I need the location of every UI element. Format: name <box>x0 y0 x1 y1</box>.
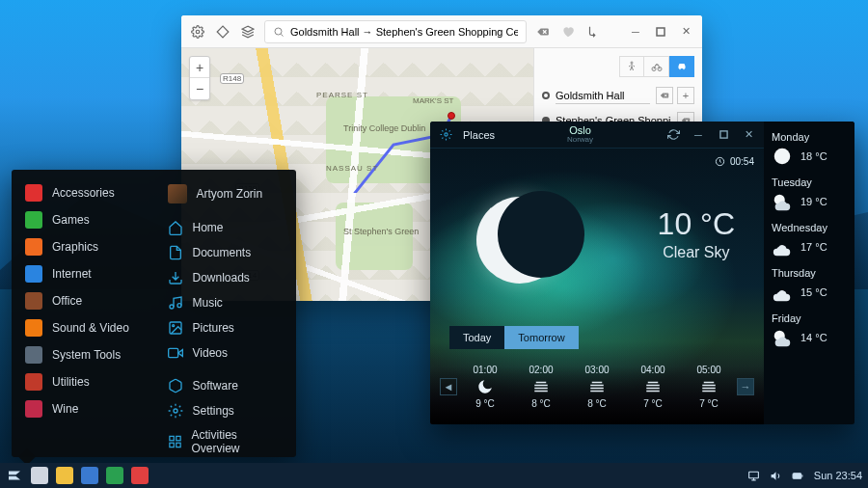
gear-icon[interactable] <box>438 127 453 143</box>
refresh-icon[interactable] <box>665 127 681 143</box>
favorite-icon[interactable] <box>559 23 577 41</box>
svg-rect-21 <box>176 436 179 440</box>
clear-search-icon[interactable] <box>534 23 552 41</box>
place-pictures[interactable]: Pictures <box>164 315 287 340</box>
category-label: Games <box>52 213 90 227</box>
svg-point-8 <box>444 133 447 136</box>
weather-hero: 00:54 10 °C Clear Sky Today Tomorrow ◄ 0… <box>430 149 764 424</box>
category-wine[interactable]: Wine <box>21 395 145 422</box>
place-label: Software <box>193 379 238 393</box>
hourly-temp: 7 °C <box>643 398 663 409</box>
cloudy-icon <box>772 236 793 258</box>
map-origin-pin <box>448 112 455 120</box>
category-internet[interactable]: Internet <box>21 260 145 287</box>
user-account[interactable]: Artyom Zorin <box>164 179 287 215</box>
category-graphics[interactable]: Graphics <box>21 233 145 260</box>
category-accessories[interactable]: Accessories <box>21 179 145 206</box>
taskbar-app-browser[interactable] <box>31 467 48 484</box>
svg-point-6 <box>679 68 681 70</box>
weather-country: Norway <box>504 136 656 144</box>
forecast-day[interactable]: Wednesday17 °C <box>772 222 847 258</box>
rotate-icon[interactable] <box>214 23 231 41</box>
weather-window: Places Oslo Norway ─ ✕ 00:54 10 °C Clear… <box>430 122 854 424</box>
category-label: Sound & Video <box>52 321 129 335</box>
taskbar-app-mail[interactable] <box>56 467 73 484</box>
maps-search-input[interactable] <box>290 26 518 38</box>
add-waypoint-button[interactable]: + <box>677 87 694 104</box>
tab-tomorrow[interactable]: Tomorrow <box>504 326 578 349</box>
taskbar-clock[interactable]: Sun 23:54 <box>814 470 862 481</box>
place-music[interactable]: Music <box>164 290 287 315</box>
category-sound-video[interactable]: Sound & Video <box>21 314 145 341</box>
forecast-day-name: Wednesday <box>772 222 847 233</box>
place-settings[interactable]: Settings <box>164 398 287 423</box>
mode-walk[interactable] <box>619 56 644 77</box>
category-system-tools[interactable]: System Tools <box>21 341 145 368</box>
minimize-button[interactable]: ─ <box>627 23 644 41</box>
place-label: Settings <box>193 404 234 418</box>
start-menu: AccessoriesGamesGraphicsInternetOfficeSo… <box>12 170 296 457</box>
place-downloads[interactable]: Downloads <box>164 265 287 290</box>
forecast-temp: 14 °C <box>800 332 827 343</box>
maps-search-box[interactable] <box>264 20 527 43</box>
place-documents[interactable]: Documents <box>164 240 287 265</box>
forecast-day[interactable]: Friday14 °C <box>772 312 847 348</box>
weather-current: 10 °C Clear Sky <box>658 206 735 261</box>
maximize-button[interactable] <box>652 23 669 41</box>
origin-input[interactable] <box>556 88 650 104</box>
place-software[interactable]: Software <box>164 373 287 398</box>
category-label: Wine <box>52 402 78 416</box>
close-button[interactable]: ✕ <box>677 23 694 41</box>
tray-battery-icon[interactable] <box>792 470 804 482</box>
svg-rect-26 <box>748 472 758 478</box>
svg-point-0 <box>196 30 200 34</box>
taskbar-app-store[interactable] <box>106 467 123 484</box>
minimize-button[interactable]: ─ <box>691 127 706 143</box>
place-label: Videos <box>193 346 228 360</box>
category-utilities[interactable]: Utilities <box>21 368 145 395</box>
hourly-prev-button[interactable]: ◄ <box>440 378 457 395</box>
mode-car[interactable] <box>669 56 694 77</box>
svg-rect-2 <box>657 28 665 36</box>
category-games[interactable]: Games <box>21 206 145 233</box>
hourly-next-button[interactable]: → <box>737 378 754 395</box>
layers-icon[interactable] <box>239 23 257 41</box>
gear-icon[interactable] <box>189 23 206 41</box>
category-label: Utilities <box>52 375 90 389</box>
start-menu-categories: AccessoriesGamesGraphicsInternetOfficeSo… <box>12 179 154 460</box>
maximize-button[interactable] <box>716 127 731 143</box>
taskbar-app-maps[interactable] <box>131 467 149 484</box>
weather-location: Oslo Norway <box>504 125 656 144</box>
zoom-out-button[interactable]: − <box>190 78 209 99</box>
tray-volume-icon[interactable] <box>770 470 782 482</box>
forecast-day[interactable]: Monday18 °C <box>772 131 847 167</box>
close-button[interactable]: ✕ <box>741 127 756 143</box>
category-icon <box>25 265 42 283</box>
hourly-temp: 9 °C <box>475 398 495 409</box>
clear-icon <box>772 146 793 167</box>
zoom-in-button[interactable]: + <box>190 57 209 78</box>
home-icon <box>168 220 183 235</box>
category-office[interactable]: Office <box>21 287 145 314</box>
taskbar-app-files[interactable] <box>81 467 98 484</box>
tab-today[interactable]: Today <box>449 326 504 349</box>
forecast-temp: 17 °C <box>800 241 827 253</box>
place-videos[interactable]: Videos <box>164 340 287 366</box>
forecast-day[interactable]: Tuesday19 °C <box>772 176 847 212</box>
category-icon <box>25 400 42 418</box>
directions-icon[interactable] <box>584 23 602 41</box>
user-name: Artyom Zorin <box>197 187 263 201</box>
weather-sidebar: Monday18 °CTuesday19 °CWednesday17 °CThu… <box>764 122 854 424</box>
svg-point-1 <box>275 28 282 35</box>
gear-icon <box>168 403 183 419</box>
places-button[interactable]: Places <box>463 129 495 141</box>
forecast-day[interactable]: Thursday15 °C <box>772 267 847 303</box>
clear-origin-icon[interactable] <box>656 87 673 104</box>
tray-display-icon[interactable] <box>747 470 760 482</box>
taskbar-app-start[interactable] <box>6 467 23 484</box>
fog-icon <box>644 378 662 395</box>
mode-bike[interactable] <box>644 56 669 77</box>
place-home[interactable]: Home <box>164 215 287 240</box>
place-activities-overview[interactable]: Activities Overview <box>164 423 287 460</box>
hourly-cell: 01:009 °C <box>473 365 497 409</box>
